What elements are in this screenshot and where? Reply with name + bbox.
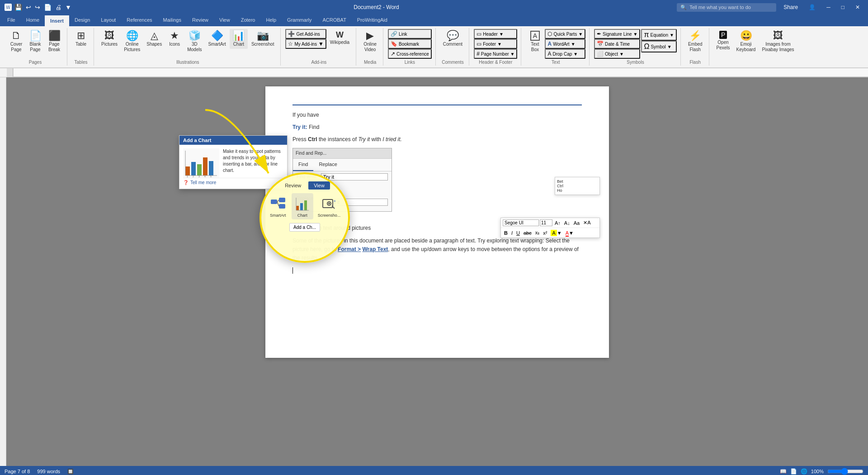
tab-layout[interactable]: Layout (95, 14, 121, 26)
pictures-button[interactable]: 🖼 Pictures (99, 29, 120, 49)
quick-parts-button[interactable]: ⬡ Quick Parts ▼ (545, 29, 585, 39)
tab-grammarly[interactable]: Grammarly (282, 14, 317, 26)
icons-button[interactable]: ★ Icons (165, 29, 184, 49)
tell-me-more-link[interactable]: ❓ Tell me more (183, 178, 283, 185)
wrap-text-link[interactable]: Wrap Text (362, 246, 388, 252)
tab-references[interactable]: References (121, 14, 157, 26)
fr-tab-find[interactable]: Find (293, 159, 313, 171)
ft-subscript-button[interactable]: x₂ (534, 229, 541, 236)
images-pixabay-button[interactable]: 🖼 Images fromPixabay Images (759, 29, 797, 54)
ft-shrink-font[interactable]: A↓ (563, 220, 571, 226)
fr-tab-replace[interactable]: Replace (313, 159, 342, 171)
document-area[interactable]: Add a Chart (6, 77, 868, 466)
new-doc-button[interactable]: 📄 (43, 3, 52, 12)
my-addins-button[interactable]: ☆ My Add-ins ▼ (285, 39, 326, 49)
cover-page-button[interactable]: 🗋 CoverPage (7, 29, 25, 54)
blank-page-button[interactable]: 📄 BlankPage (26, 29, 44, 54)
screenshot-button[interactable]: 📷 Screenshot (249, 29, 277, 49)
save-button[interactable]: 💾 (14, 3, 23, 12)
tab-zotero[interactable]: Zotero (236, 14, 261, 26)
object-button[interactable]: ⬜ Object ▼ (594, 49, 640, 59)
tab-home[interactable]: Home (21, 14, 45, 26)
zoom-chart[interactable]: Chart (292, 193, 313, 219)
tab-help[interactable]: Help (260, 14, 282, 26)
ft-highlight-button[interactable]: A▼ (549, 230, 563, 236)
link-button[interactable]: 🔗 Link (388, 29, 432, 39)
ft-clear-format[interactable]: ✕A (582, 219, 592, 226)
try-it-label-1: Try it: (292, 124, 309, 130)
ft-strikethrough-button[interactable]: abc (522, 230, 533, 236)
tab-view[interactable]: View (214, 14, 236, 26)
tab-acrobat[interactable]: ACROBAT (317, 14, 352, 26)
symbol-button[interactable]: Ω Symbol ▼ (641, 41, 676, 52)
zoom-smartart[interactable]: SmartArt (269, 195, 287, 218)
close-button[interactable]: ✕ (852, 2, 863, 12)
3d-models-button[interactable]: 🧊 3DModels (184, 29, 204, 54)
view-print-button[interactable]: 📄 (790, 468, 797, 475)
text-box-button[interactable]: A TextBox (526, 29, 544, 54)
ft-font-name[interactable] (503, 219, 539, 226)
page-break-button[interactable]: ⬛ PageBreak (45, 29, 63, 54)
restore-button[interactable]: □ (838, 2, 848, 12)
redo-button[interactable]: ↪ (34, 3, 41, 12)
footer-button[interactable]: ▭ Footer ▼ (474, 39, 517, 49)
online-pictures-button[interactable]: 🌐 OnlinePictures (121, 29, 143, 54)
ft-case-button[interactable]: Aa (572, 220, 581, 226)
signature-line-button[interactable]: ✒ Signature Line ▼ (594, 29, 640, 39)
embed-flash-button[interactable]: ⚡ EmbedFlash (685, 29, 705, 54)
cross-reference-button[interactable]: ↗ Cross-reference (388, 49, 432, 59)
tab-mailings[interactable]: Mailings (158, 14, 187, 26)
tab-design[interactable]: Design (69, 14, 95, 26)
quick-access-dropdown[interactable]: ▼ (64, 3, 72, 12)
user-icon[interactable]: 👤 (805, 2, 819, 12)
tell-me-search[interactable]: 🔍 Tell me what you want to do (677, 3, 776, 12)
comment-button[interactable]: 💬 Comment (440, 29, 465, 49)
wordart-button[interactable]: A WordArt ▼ (545, 39, 585, 49)
zoom-tab-view[interactable]: View (308, 181, 330, 190)
ft-font-color-button[interactable]: A▼ (564, 230, 575, 236)
chart-tooltip-header: Add a Chart (179, 136, 287, 145)
zoom-screenshot[interactable]: + Screensho... (318, 195, 341, 218)
shapes-button[interactable]: ◬ Shapes (144, 29, 165, 49)
group-symbols: ✒ Signature Line ▼ 📅 Date & Time ⬜ Objec… (590, 28, 681, 66)
view-read-button[interactable]: 📖 (780, 468, 787, 475)
undo-button[interactable]: ↩ (25, 3, 32, 12)
language-icon: 🔲 (67, 469, 74, 475)
date-time-button[interactable]: 📅 Date & Time (594, 39, 640, 49)
addins-label: Add-ins (311, 60, 326, 65)
tab-review[interactable]: Review (187, 14, 214, 26)
open-pexels-button[interactable]: P OpenPexels (714, 29, 733, 52)
zoom-slider[interactable] (827, 468, 863, 475)
drop-cap-button[interactable]: A Drop Cap ▼ (545, 49, 585, 59)
emoji-keyboard-button[interactable]: 😀 EmojiKeyboard (734, 29, 759, 54)
print-button[interactable]: 🖨 (54, 3, 62, 12)
header-button[interactable]: ▭ Header ▼ (474, 29, 517, 39)
minimize-button[interactable]: ─ (823, 2, 834, 12)
fr-find-input[interactable] (321, 173, 388, 180)
ft-bold-button[interactable]: B (503, 230, 509, 236)
zoom-tab-review[interactable]: Review (279, 181, 307, 190)
tab-file[interactable]: File (2, 14, 21, 26)
equation-button[interactable]: π Equation ▼ (641, 29, 676, 41)
ft-grow-font[interactable]: A↑ (553, 220, 562, 226)
ft-italic-button[interactable]: I (510, 230, 514, 236)
ft-font-size[interactable] (540, 219, 552, 226)
page-number-button[interactable]: # Page Number ▼ (474, 49, 517, 59)
chart-button[interactable]: 📊 Chart (230, 29, 248, 49)
smartart-button[interactable]: 🔷 SmartArt (205, 29, 228, 49)
ruler (13, 68, 868, 77)
table-button[interactable]: ⊞ Table (72, 29, 90, 49)
bookmark-button[interactable]: 🔖 Bookmark (388, 39, 432, 49)
share-button[interactable]: Share (780, 2, 802, 12)
zoom-add-chart-button[interactable]: Add a Ch... (289, 223, 320, 232)
tab-prowritingaid[interactable]: ProWritingAid (352, 14, 393, 26)
online-video-button[interactable]: ▶ OnlineVideo (361, 29, 379, 54)
tab-insert[interactable]: Insert (45, 15, 69, 26)
ft-underline-button[interactable]: U (515, 230, 521, 236)
ft-superscript-button[interactable]: x² (542, 230, 548, 236)
view-web-button[interactable]: 🌐 (801, 468, 807, 475)
fr-tabs: Find Replace (293, 159, 392, 172)
get-addins-button[interactable]: ➕ Get Add-ins (285, 29, 326, 39)
wikipedia-button[interactable]: W Wikipedia (327, 29, 352, 47)
format-link[interactable]: Format > (338, 246, 361, 252)
